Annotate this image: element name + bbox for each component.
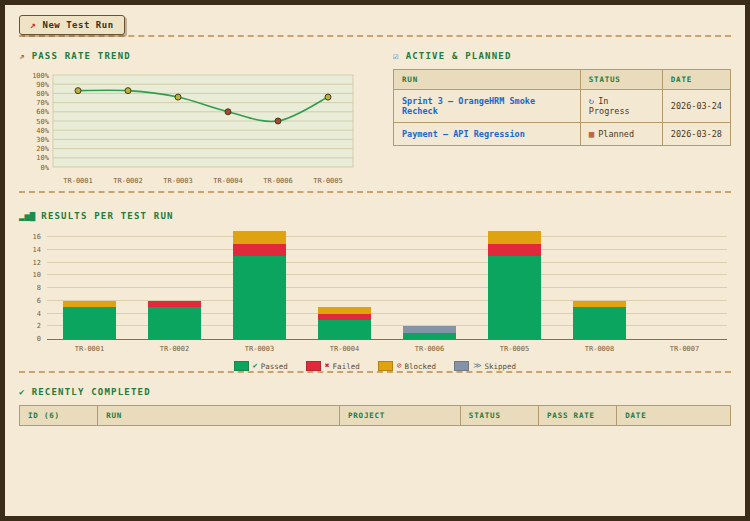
checkbox-icon: ☑ — [393, 52, 400, 61]
svg-text:80%: 80% — [36, 90, 49, 98]
status-cell: ▦Planned — [580, 123, 662, 146]
col-header-date: DATE — [617, 406, 731, 426]
recently-completed-table: ID (6) RUN PROJECT STATUS PASS RATE DATE — [19, 405, 731, 426]
run-link[interactable]: Payment — API Regression — [394, 123, 581, 146]
legend-label: Failed — [333, 362, 360, 371]
svg-text:10%: 10% — [36, 154, 49, 162]
run-link[interactable]: Sprint 3 — OrangeHRM Smoke Recheck — [394, 90, 581, 123]
legend-item-blocked: ⊘Blocked — [378, 361, 436, 371]
legend-label: Blocked — [405, 362, 437, 371]
bar-segment-blocked — [233, 231, 286, 244]
calendar-icon: ▦ — [589, 129, 594, 139]
trend-point-TR-0003 — [175, 94, 181, 100]
bar-segment-passed — [403, 333, 456, 339]
new-test-run-button[interactable]: ↗ New Test Run — [19, 15, 125, 35]
active-planned-section: ☑ ACTIVE & PLANNED RUN STATUS DATE Sprin… — [393, 51, 731, 191]
col-header-status: STATUS — [460, 406, 538, 426]
legend-label: Skipped — [485, 362, 517, 371]
bar-segment-passed — [148, 307, 201, 339]
rocket-icon: ↗ — [30, 20, 37, 30]
svg-text:TR-0002: TR-0002 — [113, 177, 143, 185]
recently-completed-title: ✔ RECENTLY COMPLETED — [19, 387, 731, 397]
active-planned-title: ☑ ACTIVE & PLANNED — [393, 51, 731, 61]
bar-segment-passed — [233, 256, 286, 339]
svg-text:0%: 0% — [41, 164, 50, 172]
col-header-id: ID (6) — [20, 406, 98, 426]
col-header-status: STATUS — [580, 70, 662, 90]
results-per-run-title-text: RESULTS PER TEST RUN — [41, 211, 173, 221]
x-axis-label: TR-0005 — [472, 345, 557, 353]
recently-completed-title-text: RECENTLY COMPLETED — [32, 387, 151, 397]
svg-text:60%: 60% — [36, 108, 49, 116]
pass-rate-trend-chart: 0%10%20%30%40%50%60%70%80%90%100%TR-0001… — [19, 69, 363, 191]
x-axis-label: TR-0008 — [557, 345, 642, 353]
trend-chart-icon: ⇗ — [19, 52, 26, 61]
col-header-project: PROJECT — [339, 406, 460, 426]
y-axis-label: 10 — [21, 271, 41, 279]
bar-segment-passed — [488, 256, 541, 339]
table-row[interactable]: Sprint 3 — OrangeHRM Smoke Recheck ↻In P… — [394, 90, 731, 123]
svg-text:100%: 100% — [32, 72, 50, 80]
bar-chart-x-axis: TR-0001TR-0002TR-0003TR-0004TR-0006TR-00… — [47, 345, 727, 353]
x-axis-label: TR-0003 — [217, 345, 302, 353]
separator-middle — [19, 191, 731, 193]
svg-text:30%: 30% — [36, 136, 49, 144]
bar-segment-failed — [488, 244, 541, 257]
legend-swatch — [306, 361, 321, 371]
pass-rate-trend-section: ⇗ PASS RATE TREND 0%10%20%30%40%50%60%70… — [19, 51, 363, 191]
date-cell: 2026-03-28 — [662, 123, 730, 146]
failed-icon: ✖ — [325, 362, 330, 370]
bar-TR-0003 — [217, 231, 302, 339]
blocked-icon: ⊘ — [397, 362, 402, 370]
svg-text:TR-0001: TR-0001 — [63, 177, 93, 185]
svg-text:TR-0005: TR-0005 — [313, 177, 343, 185]
y-axis-label: 12 — [21, 259, 41, 267]
y-axis-label: 14 — [21, 246, 41, 254]
col-header-run: RUN — [98, 406, 340, 426]
svg-text:TR-0003: TR-0003 — [163, 177, 193, 185]
status-cell: ↻In Progress — [580, 90, 662, 123]
recently-completed-section: ✔ RECENTLY COMPLETED ID (6) RUN PROJECT … — [19, 387, 731, 426]
trend-point-TR-0005 — [325, 94, 331, 100]
bar-chart-icon: ▂▅▇ — [19, 212, 35, 221]
y-axis-label: 2 — [21, 322, 41, 330]
pass-rate-trend-svg: 0%10%20%30%40%50%60%70%80%90%100%TR-0001… — [19, 69, 359, 191]
bar-TR-0007 — [642, 231, 727, 339]
active-planned-title-text: ACTIVE & PLANNED — [406, 51, 512, 61]
x-axis-label: TR-0004 — [302, 345, 387, 353]
upper-panels: ⇗ PASS RATE TREND 0%10%20%30%40%50%60%70… — [19, 51, 731, 191]
toolbar: ↗ New Test Run — [19, 13, 731, 35]
x-axis-label: TR-0001 — [47, 345, 132, 353]
svg-text:70%: 70% — [36, 99, 49, 107]
bar-chart-plot: 0246810121416 — [47, 231, 727, 340]
y-axis-label: 8 — [21, 284, 41, 292]
col-header-pass-rate: PASS RATE — [539, 406, 617, 426]
bar-segment-passed — [573, 307, 626, 339]
results-per-run-section: ▂▅▇ RESULTS PER TEST RUN 0246810121416 T… — [19, 211, 731, 371]
y-axis-label: 16 — [21, 233, 41, 241]
bar-TR-0001 — [47, 231, 132, 339]
y-axis-label: 4 — [21, 310, 41, 318]
bar-TR-0008 — [557, 231, 642, 339]
bar-chart-legend: ✔Passed✖Failed⊘Blocked≫Skipped — [19, 361, 731, 371]
in-progress-icon: ↻ — [589, 96, 594, 106]
check-icon: ✔ — [19, 388, 26, 397]
trend-point-TR-0006 — [275, 118, 281, 124]
active-planned-header-row: RUN STATUS DATE — [394, 70, 731, 90]
y-axis-label: 6 — [21, 297, 41, 305]
legend-item-skipped: ≫Skipped — [454, 361, 516, 371]
page-content: ↗ New Test Run ⇗ PASS RATE TREND 0%10%20… — [5, 5, 745, 426]
date-cell: 2026-03-24 — [662, 90, 730, 123]
results-bar-chart: 0246810121416 TR-0001TR-0002TR-0003TR-00… — [19, 231, 731, 371]
x-axis-label: TR-0006 — [387, 345, 472, 353]
bar-segment-passed — [63, 307, 116, 339]
new-test-run-label: New Test Run — [43, 20, 114, 30]
x-axis-label: TR-0002 — [132, 345, 217, 353]
active-planned-table: RUN STATUS DATE Sprint 3 — OrangeHRM Smo… — [393, 69, 731, 146]
table-row[interactable]: Payment — API Regression ▦Planned 2026-0… — [394, 123, 731, 146]
svg-text:50%: 50% — [36, 118, 49, 126]
results-per-run-title: ▂▅▇ RESULTS PER TEST RUN — [19, 211, 731, 221]
completed-header-row: ID (6) RUN PROJECT STATUS PASS RATE DATE — [20, 406, 731, 426]
trend-point-TR-0001 — [75, 88, 81, 94]
legend-item-failed: ✖Failed — [306, 361, 360, 371]
